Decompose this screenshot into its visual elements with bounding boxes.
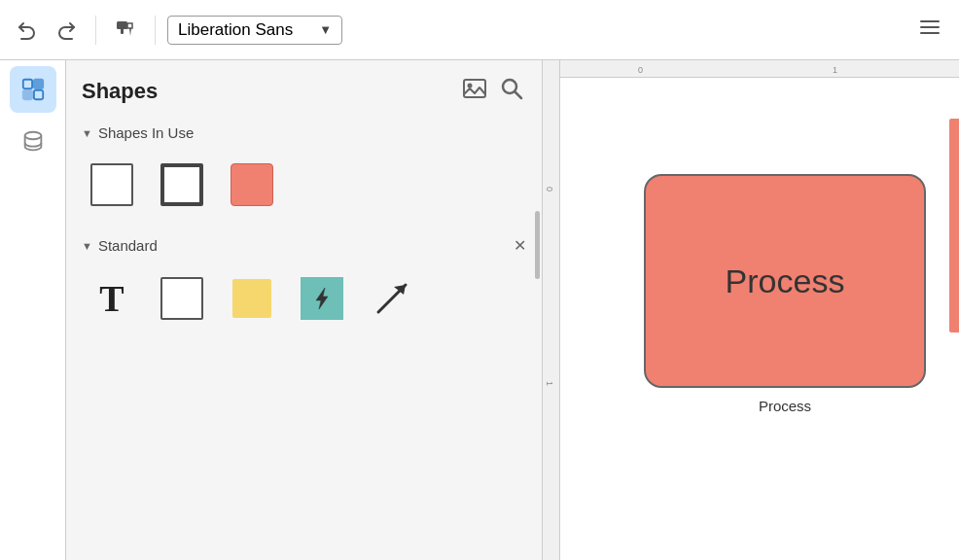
text-T-shape: T (99, 280, 124, 317)
thick-rect-shape (160, 163, 203, 206)
toolbar-right (910, 12, 949, 49)
shape-sticky-note[interactable] (222, 268, 282, 329)
shape-lightning-bolt[interactable] (292, 268, 352, 329)
format-painter-button[interactable] (108, 15, 143, 46)
ruler-left-mark-1: 1 (545, 381, 554, 386)
right-edge-strip (949, 119, 959, 332)
shape-salmon-rect[interactable] (222, 155, 282, 215)
ruler-left: 0 1 (543, 60, 560, 560)
svg-rect-5 (22, 80, 31, 88)
svg-point-11 (468, 84, 473, 88)
lightning-bolt-shape (301, 277, 343, 320)
font-dropdown[interactable]: Liberation Sans ▼ (167, 16, 342, 45)
outline-rect2-shape (160, 277, 203, 320)
shapes-in-use-header[interactable]: ▼ Shapes In Use (82, 124, 526, 141)
main-area: Shapes (0, 60, 959, 560)
sidebar-item-database[interactable] (10, 119, 56, 165)
svg-rect-1 (121, 27, 124, 34)
shape-outline-rect[interactable] (82, 155, 142, 215)
icon-sidebar (0, 60, 66, 560)
standard-section-close-button[interactable]: ✕ (514, 236, 526, 255)
chevron-down-icon: ▼ (319, 22, 332, 37)
standard-items: T (82, 268, 526, 329)
font-name-label: Liberation Sans (178, 20, 293, 40)
scroll-thumb[interactable] (535, 211, 540, 279)
ruler-mark-1: 1 (833, 65, 837, 75)
canvas-area[interactable]: 0 1 0 1 Process Process (543, 60, 959, 560)
shapes-image-button[interactable] (460, 74, 489, 109)
shapes-in-use-section: ▼ Shapes In Use (66, 119, 542, 230)
standard-triangle: ▼ (82, 240, 92, 252)
separator-2 (155, 16, 156, 45)
toolbar: Liberation Sans ▼ (0, 0, 959, 60)
separator-1 (95, 16, 96, 45)
shapes-panel: Shapes (66, 60, 543, 560)
ruler-top: 0 1 (560, 60, 959, 78)
svg-rect-8 (33, 90, 42, 99)
process-box-wrapper: Process Process (644, 174, 926, 414)
standard-section: ▼ Standard ✕ T (66, 230, 542, 344)
standard-section-title: ▼ Standard (82, 237, 158, 254)
sidebar-item-shapes[interactable] (10, 66, 56, 113)
shape-arrow[interactable] (362, 268, 422, 329)
svg-rect-7 (22, 90, 31, 99)
shapes-in-use-triangle: ▼ (82, 127, 92, 139)
ruler-mark-0: 0 (638, 65, 643, 75)
hamburger-menu-button[interactable] (910, 12, 949, 49)
ruler-left-mark-0: 0 (545, 187, 554, 192)
process-box-label: Process (726, 262, 845, 300)
svg-rect-10 (464, 80, 485, 97)
outline-rect-shape (90, 163, 133, 206)
shapes-search-button[interactable] (497, 74, 526, 109)
process-caption: Process (759, 398, 811, 414)
standard-section-header[interactable]: ▼ Standard ✕ (82, 236, 526, 255)
shapes-in-use-items (82, 155, 526, 215)
shapes-in-use-title: ▼ Shapes In Use (82, 124, 194, 141)
shape-outline-rect2[interactable] (152, 268, 212, 329)
svg-point-9 (24, 132, 41, 139)
shape-thick-rect[interactable] (152, 155, 212, 215)
shape-text-T[interactable]: T (82, 268, 142, 329)
svg-rect-6 (33, 80, 42, 88)
shapes-panel-title: Shapes (82, 79, 158, 104)
sticky-note-shape (232, 279, 271, 318)
svg-marker-14 (316, 288, 328, 309)
shapes-header-icons (460, 74, 526, 109)
shapes-panel-header: Shapes (66, 60, 542, 119)
redo-button[interactable] (51, 16, 84, 45)
salmon-rect-shape (231, 163, 273, 206)
svg-line-13 (515, 92, 522, 99)
undo-button[interactable] (10, 16, 43, 45)
process-box[interactable]: Process (644, 174, 926, 388)
